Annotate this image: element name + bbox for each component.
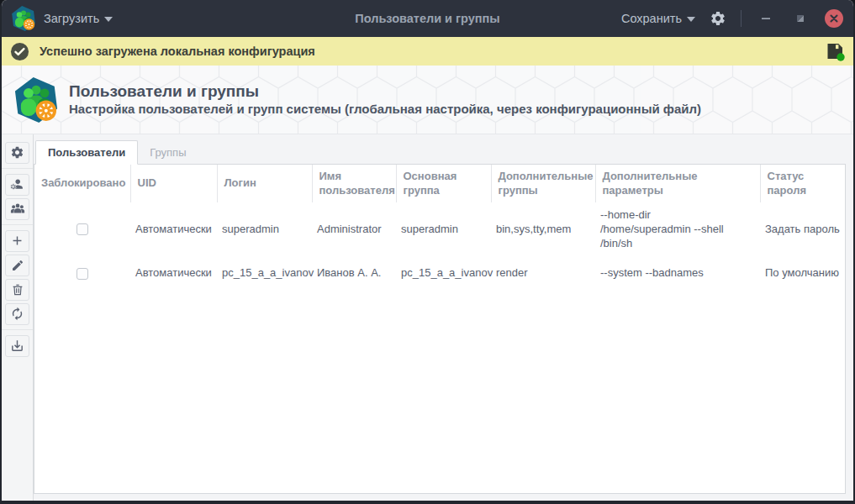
cell-username: Administrator (312, 202, 396, 257)
cell-extra-groups: render (491, 257, 595, 291)
toolbar-sidebar (2, 134, 34, 501)
cell-extra-params: --home-dir /home/superadmin --shell /bin… (595, 202, 760, 257)
chevron-down-icon (104, 17, 113, 22)
users-table: Заблокировано UID Логин Имя пользователя… (34, 165, 845, 291)
notification-bar: Успешно загружена локальная конфигурация (2, 37, 853, 66)
import-button[interactable] (5, 335, 29, 357)
cell-password-status: По умолчанию (760, 257, 845, 291)
settings-button[interactable] (5, 142, 29, 164)
cell-primary-group: superadmin (396, 202, 491, 257)
table-row[interactable]: Автоматическиpc_15_a_a_ivanovИванов А. А… (34, 257, 845, 291)
cell-primary-group: pc_15_a_a_ivanov (396, 257, 491, 291)
notification-text: Успешно загружена локальная конфигурация (40, 45, 315, 58)
tab-groups[interactable]: Группы (138, 140, 198, 164)
cell-uid: Автоматически (130, 202, 217, 257)
main-panel: Пользователи Группы Заблокировано UID (34, 134, 853, 501)
refresh-icon (10, 307, 24, 321)
page-subtitle: Настройка пользователей и групп системы … (69, 101, 701, 118)
app-window: Загрузить Пользователи и группы Сохранит… (0, 0, 855, 504)
gear-icon (10, 145, 24, 160)
cell-locked (34, 202, 130, 257)
tab-users-label: Пользователи (48, 146, 125, 159)
add-button[interactable] (5, 230, 29, 252)
pencil-icon (11, 259, 24, 272)
save-button-label: Сохранить (621, 12, 682, 25)
table-row[interactable]: АвтоматическиsuperadminAdministratorsupe… (34, 202, 845, 257)
column-header-extra-params[interactable]: Дополнительные параметры (595, 165, 760, 202)
settings-menu-button[interactable] (710, 10, 726, 27)
gear-icon (710, 10, 726, 27)
close-icon (829, 13, 839, 24)
column-header-primary-group[interactable]: Основная группа (396, 165, 491, 202)
trash-icon (11, 283, 24, 297)
toolbar-separator (2, 329, 33, 330)
plus-icon (10, 234, 24, 248)
column-header-uid[interactable]: UID (130, 165, 217, 202)
chevron-down-icon (687, 17, 695, 22)
page-header: Пользователи и группы Настройка пользова… (2, 66, 853, 134)
cell-extra-groups: bin,sys,tty,mem (491, 202, 595, 257)
locked-checkbox[interactable] (77, 223, 88, 235)
users-table-body: АвтоматическиsuperadminAdministratorsupe… (34, 202, 845, 291)
user-gear-icon (10, 177, 24, 192)
titlebar-divider (741, 10, 742, 27)
delete-button[interactable] (5, 279, 29, 301)
cell-login: superadmin (217, 202, 312, 257)
tab-bar: Пользователи Группы (34, 140, 846, 164)
content-area: Пользователи Группы Заблокировано UID (2, 134, 853, 501)
cell-extra-params: --system --badnames (595, 257, 760, 291)
users-icon (10, 202, 25, 217)
column-header-username[interactable]: Имя пользователя (312, 165, 396, 202)
locked-checkbox[interactable] (77, 268, 88, 280)
restore-icon (794, 13, 806, 24)
minimize-icon (759, 12, 773, 25)
cell-uid: Автоматически (130, 257, 217, 291)
cell-password-status: Задать пароль (760, 202, 845, 257)
save-button[interactable]: Сохранить (621, 12, 695, 25)
close-button[interactable] (825, 9, 843, 28)
cell-login: pc_15_a_a_ivanov (217, 257, 312, 291)
check-circle-icon (10, 42, 29, 61)
tab-users[interactable]: Пользователи (35, 140, 138, 165)
app-icon (10, 5, 37, 32)
titlebar: Загрузить Пользователи и группы Сохранит… (2, 0, 853, 37)
refresh-button[interactable] (5, 303, 29, 325)
table-header-row: Заблокировано UID Логин Имя пользователя… (34, 165, 845, 202)
users-table-panel: Заблокировано UID Логин Имя пользователя… (34, 164, 846, 494)
column-header-extra-groups[interactable]: Дополнительные группы (491, 165, 595, 202)
minimize-button[interactable] (756, 8, 776, 29)
toolbar-separator (2, 168, 33, 169)
load-button-label: Загрузить (44, 12, 99, 25)
toolbar-separator (2, 224, 33, 225)
tab-groups-label: Группы (150, 146, 186, 159)
floppy-disk-green-dot-icon (825, 41, 845, 61)
download-icon (10, 339, 24, 353)
restore-button[interactable] (790, 8, 810, 29)
load-button[interactable]: Загрузить (44, 12, 113, 25)
column-header-password-status[interactable]: Статус пароля (760, 165, 845, 202)
column-header-locked[interactable]: Заблокировано (34, 165, 130, 202)
user-settings-button[interactable] (5, 174, 29, 196)
users-groups-hexagon-icon (12, 76, 61, 124)
cell-locked (34, 257, 130, 291)
cell-username: Иванов А. А. (312, 257, 396, 291)
column-header-login[interactable]: Логин (217, 165, 312, 202)
groups-button[interactable] (5, 198, 29, 220)
edit-button[interactable] (5, 255, 29, 276)
page-title: Пользователи и группы (69, 81, 701, 102)
